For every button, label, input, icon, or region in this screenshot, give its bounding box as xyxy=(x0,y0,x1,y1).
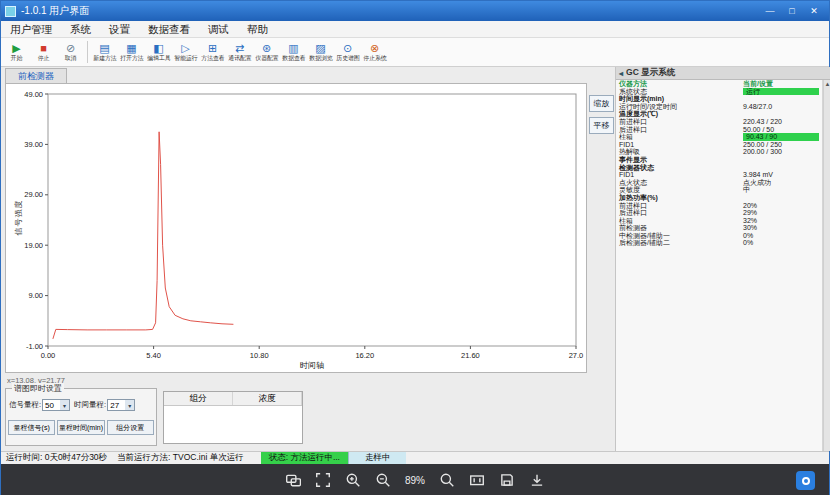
concentration-column-header: 浓度 xyxy=(233,392,302,405)
window-controls: — □ ✕ xyxy=(759,2,825,20)
download-icon[interactable] xyxy=(529,472,545,488)
start-button[interactable]: ▶开始 xyxy=(3,39,30,66)
toolbar-item-label: 取消 xyxy=(65,54,77,62)
comm-config-button[interactable]: ⇄通讯配置 xyxy=(226,39,253,66)
toolbar-separator xyxy=(87,41,88,63)
history-chart-icon: ⊙ xyxy=(343,42,352,54)
history-chart-button[interactable]: ⊙历史谱图 xyxy=(334,39,361,66)
toolbar-item-label: 开始 xyxy=(11,54,23,62)
maximize-button[interactable]: □ xyxy=(781,2,803,20)
comm-config-icon: ⇄ xyxy=(235,42,244,54)
minimize-button[interactable]: — xyxy=(759,2,781,20)
sampling-status-badge: 走样中 xyxy=(348,452,407,464)
fit-screen-icon[interactable] xyxy=(315,472,331,488)
app-window: -1.0.1 用户界面 — □ ✕ 用户管理系统设置数据查看调试帮助 ▶开始■停… xyxy=(0,0,830,495)
menu-item[interactable]: 用户管理 xyxy=(1,21,61,38)
signal-range-input[interactable]: 50 ▾ xyxy=(42,399,70,411)
gc-row: 前进样口20% xyxy=(616,202,822,210)
chromatogram-panel: -1.009.0019.0029.0039.0049.000.005.4010.… xyxy=(5,83,587,373)
menu-item[interactable]: 帮助 xyxy=(238,21,277,38)
close-button[interactable]: ✕ xyxy=(803,2,825,20)
time-range-input[interactable]: 27 ▾ xyxy=(107,399,135,411)
edit-tools-icon: ◧ xyxy=(153,42,163,54)
gc-row: 后进样口50.00 / 50 xyxy=(616,126,822,134)
new-method-button[interactable]: ▤新建方法 xyxy=(91,39,118,66)
cancel-icon: ⊘ xyxy=(66,42,75,54)
app-tray-icon[interactable] xyxy=(796,471,815,490)
svg-text:时间轴: 时间轴 xyxy=(300,361,324,370)
component-settings-button[interactable]: 组分设置 xyxy=(107,420,154,435)
instrument-config-button[interactable]: ⊛仪器配置 xyxy=(253,39,280,66)
method-view-icon: ⊞ xyxy=(208,42,217,54)
menu-item[interactable]: 系统 xyxy=(61,21,100,38)
stop-system-button[interactable]: ⊗停止系统 xyxy=(361,39,388,66)
gc-row: 柱箱90.43 / 90 xyxy=(616,133,822,141)
stop-button[interactable]: ■停止 xyxy=(30,39,57,66)
toolbar: ▶开始■停止⊘取消▤新建方法▦打开方法◧编辑工具▷智能运行⊞方法查看⇄通讯配置⊛… xyxy=(1,38,829,67)
titlebar: -1.0.1 用户界面 — □ ✕ xyxy=(1,1,829,21)
cancel-button[interactable]: ⊘取消 xyxy=(57,39,84,66)
data-browse-icon: ▨ xyxy=(315,42,325,54)
chart-area: 前检测器 -1.009.0019.0029.0039.0049.000.005.… xyxy=(1,67,615,451)
bottom-toolbar: 89% xyxy=(1,464,829,495)
gc-row: 温度显示(℃) xyxy=(616,110,822,118)
tab-front-detector[interactable]: 前检测器 xyxy=(5,68,67,83)
smart-run-button[interactable]: ▷智能运行 xyxy=(172,39,199,66)
open-method-icon: ▦ xyxy=(126,42,136,54)
displays-icon[interactable] xyxy=(285,472,301,488)
svg-text:-1.00: -1.00 xyxy=(26,342,43,351)
gc-row: 后检测器/辅助二0% xyxy=(616,239,822,247)
collapse-arrow-icon[interactable]: ◂ xyxy=(619,69,623,78)
menu-item[interactable]: 数据查看 xyxy=(139,21,199,38)
magnifier-icon[interactable] xyxy=(439,472,455,488)
gc-display-panel: ◂ GC 显示系统 仪器方法当前/设置系统状态运行时间显示(min)运行时间/设… xyxy=(615,67,830,451)
chromatogram-svg: -1.009.0019.0029.0039.0049.000.005.4010.… xyxy=(6,84,586,372)
method-view-button[interactable]: ⊞方法查看 xyxy=(199,39,226,66)
toolbar-item-label: 数据浏览 xyxy=(309,54,332,62)
menu-item[interactable]: 设置 xyxy=(100,21,139,38)
gc-panel-title-bar: ◂ GC 显示系统 xyxy=(616,67,830,80)
signal-range-field: 信号量程: 50 ▾ xyxy=(9,399,70,411)
svg-text:0.00: 0.00 xyxy=(41,351,56,360)
gc-row: 时间显示(min) xyxy=(616,95,822,103)
gc-row: FID13.984 mV xyxy=(616,171,822,179)
stop-icon: ■ xyxy=(40,42,47,54)
svg-text:19.00: 19.00 xyxy=(24,241,43,250)
toolbar-item-label: 方法查看 xyxy=(201,54,224,62)
svg-text:27.0: 27.0 xyxy=(569,351,584,360)
range-signal-button[interactable]: 量程信号(s) xyxy=(8,420,55,435)
time-range-value: 27 xyxy=(110,401,119,410)
chevron-down-icon[interactable]: ▾ xyxy=(60,400,69,410)
time-range-label: 时间量程: xyxy=(74,400,106,410)
runtime-text: 运行时间: 0天0时47分30秒 xyxy=(1,452,112,464)
gc-row: 事件显示 xyxy=(616,156,822,164)
open-method-button[interactable]: ▦打开方法 xyxy=(118,39,145,66)
toolbar-item-label: 停止系统 xyxy=(363,54,386,62)
zoom-in-icon[interactable] xyxy=(345,472,361,488)
scroll-up-icon[interactable]: ▲ xyxy=(824,80,830,89)
component-column-header: 组分 xyxy=(164,392,233,405)
toolbar-item-label: 智能运行 xyxy=(174,54,197,62)
zoom-button[interactable]: 缩放 xyxy=(589,95,614,112)
edit-tools-button[interactable]: ◧编辑工具 xyxy=(145,39,172,66)
range-time-button[interactable]: 量程时间(min) xyxy=(57,420,104,435)
gc-scrollbar[interactable]: ▲ xyxy=(823,80,830,451)
gc-row: 柱箱32% xyxy=(616,217,822,225)
menu-item[interactable]: 调试 xyxy=(199,21,238,38)
instrument-config-icon: ⊛ xyxy=(262,42,271,54)
data-browse-button[interactable]: ▨数据浏览 xyxy=(307,39,334,66)
gc-row: 点火状态点火成功 xyxy=(616,179,822,187)
actual-size-icon[interactable] xyxy=(469,472,485,488)
chevron-down-icon[interactable]: ▾ xyxy=(125,400,134,410)
gc-row: 系统状态运行 xyxy=(616,88,822,96)
signal-range-value: 50 xyxy=(45,401,54,410)
pan-button[interactable]: 平移 xyxy=(589,117,614,134)
gc-row: 灵敏度中 xyxy=(616,186,822,194)
data-view-button[interactable]: ▥数据查看 xyxy=(280,39,307,66)
start-icon: ▶ xyxy=(12,42,20,54)
save-icon[interactable] xyxy=(499,472,515,488)
toolbar-item-label: 新建方法 xyxy=(93,54,116,62)
zoom-out-icon[interactable] xyxy=(375,472,391,488)
svg-text:39.00: 39.00 xyxy=(24,140,43,149)
stop-system-icon: ⊗ xyxy=(370,42,379,54)
